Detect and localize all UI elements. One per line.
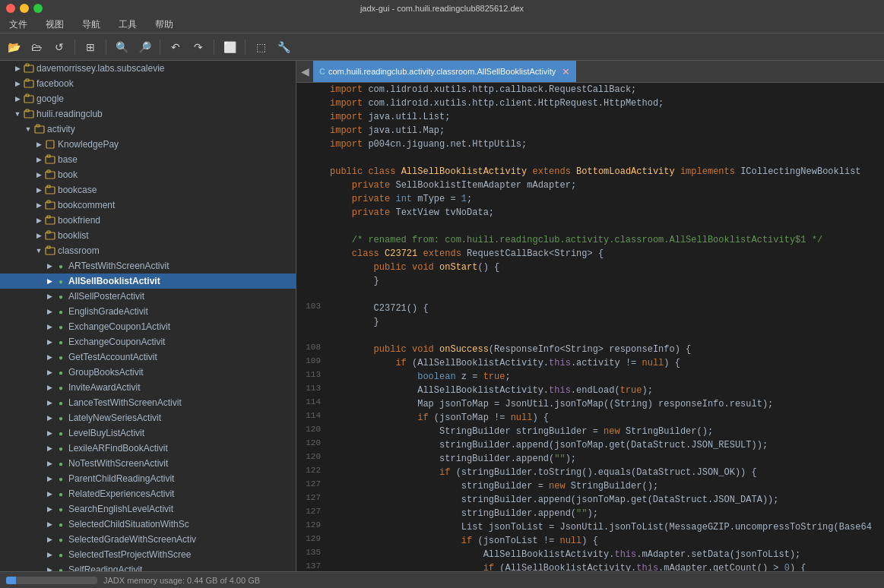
tree-arrow-activity[interactable]: ▼	[23, 124, 33, 134]
tree-item-inviteaward[interactable]: ▶ ● InviteAwardActivit	[0, 380, 296, 395]
tree-arrow-artestwith[interactable]: ▶	[44, 261, 55, 271]
grid-button[interactable]: ⊞	[80, 36, 101, 58]
settings-button[interactable]: 🔧	[273, 36, 294, 58]
tree-arrow-relatedexperiences[interactable]: ▶	[44, 488, 55, 499]
tree-item-base[interactable]: ▶ base	[0, 152, 296, 167]
tree-arrow-booklist[interactable]: ▶	[33, 230, 44, 241]
tree-arrow-bookcase[interactable]: ▶	[33, 185, 44, 195]
tree-item-allsell[interactable]: ▶ ● AllSellBooklistActivit	[0, 273, 296, 289]
tree-item-selectedtestproject[interactable]: ▶ ● SelectedTestProjectWithScree	[0, 547, 296, 562]
tab-nav-left[interactable]: ◀	[296, 61, 313, 82]
tree-arrow-base[interactable]: ▶	[33, 154, 44, 165]
tree-arrow-groupbooks[interactable]: ▶	[44, 367, 55, 378]
tree-arrow-selectedchildsituation[interactable]: ▶	[44, 519, 55, 530]
line-num-2	[296, 96, 327, 110]
tree-item-facebook[interactable]: ▶ facebook	[0, 76, 296, 91]
tree-arrow-classroom[interactable]: ▼	[33, 245, 44, 256]
tree-arrow-bookcomment[interactable]: ▶	[33, 200, 44, 210]
tab-close-button[interactable]: ✕	[562, 66, 570, 77]
tree-arrow-parentchildreading[interactable]: ▶	[44, 473, 55, 484]
search-button[interactable]: 🔍	[111, 36, 132, 58]
traffic-lights[interactable]	[6, 4, 43, 13]
tree-arrow-google[interactable]: ▶	[12, 93, 23, 104]
tree-arrow-inviteaward[interactable]: ▶	[44, 382, 55, 393]
tree-arrow-knowledgepay[interactable]: ▶	[33, 139, 44, 150]
tree-item-groupbooks[interactable]: ▶ ● GroupBooksActivit	[0, 365, 296, 380]
tree-arrow-lexilearfindbook[interactable]: ▶	[44, 443, 55, 454]
tree-item-booklist[interactable]: ▶ booklist	[0, 228, 296, 243]
tree-item-selectedgradewith[interactable]: ▶ ● SelectedGradeWithScreenActiv	[0, 532, 296, 547]
tree-item-bookfriend[interactable]: ▶ bookfriend	[0, 213, 296, 228]
tree-arrow-selectedtestproject[interactable]: ▶	[44, 549, 55, 560]
tree-item-book[interactable]: ▶ book	[0, 167, 296, 182]
menu-file[interactable]: 文件	[6, 17, 30, 33]
tree-item-exchangecoupon1[interactable]: ▶ ● ExchangeCoupon1Activit	[0, 319, 296, 334]
tree-arrow-searchenglishlevel[interactable]: ▶	[44, 504, 55, 514]
menu-tools[interactable]: 工具	[116, 17, 140, 33]
minimize-button[interactable]	[20, 4, 29, 13]
maximize-button[interactable]	[33, 4, 43, 13]
tree-item-lancetest[interactable]: ▶ ● LanceTestWithScreenActivit	[0, 395, 296, 410]
tree-arrow-facebook[interactable]: ▶	[12, 78, 23, 89]
tree-item-searchenglishlevel[interactable]: ▶ ● SearchEnglishLevelActivit	[0, 501, 296, 517]
right-panel: ◀ C com.huili.readingclub.activity.class…	[296, 61, 884, 571]
tree-arrow-huili[interactable]: ▼	[12, 109, 23, 119]
tree-arrow-latelynewseries[interactable]: ▶	[44, 413, 55, 423]
tree-arrow-exchangecoupon[interactable]: ▶	[44, 337, 55, 347]
tree-item-selectedchildsituation[interactable]: ▶ ● SelectedChildSituationWithSc	[0, 517, 296, 532]
open-recent-button[interactable]: 🗁	[26, 36, 47, 58]
tree-item-relatedexperiences[interactable]: ▶ ● RelatedExperiencesActivit	[0, 486, 296, 501]
zoom-button[interactable]: 🔎	[134, 36, 155, 58]
tree-arrow-levelbuylist[interactable]: ▶	[44, 428, 55, 438]
tree-arrow-selectedgradewith[interactable]: ▶	[44, 534, 55, 545]
line-content-129b: if (jsonToList != null) {	[327, 534, 884, 548]
tree-item-bookcase[interactable]: ▶ bookcase	[0, 182, 296, 198]
line-content-114a: Map jsonToMap = JsonUtil.jsonToMap((Stri…	[327, 397, 884, 411]
tree-item-exchangecoupon[interactable]: ▶ ● ExchangeCouponActivit	[0, 334, 296, 349]
tree-item-google[interactable]: ▶ google	[0, 91, 296, 106]
tree-item-davemorrissey[interactable]: ▶ davemorrissey.labs.subscalevie	[0, 61, 296, 76]
tab-allsellbooklist[interactable]: C com.huili.readingclub.activity.classro…	[313, 61, 576, 82]
reload-button[interactable]: ↺	[49, 36, 70, 58]
tree-arrow-bookfriend[interactable]: ▶	[33, 215, 44, 226]
tree-arrow-exchangecoupon1[interactable]: ▶	[44, 321, 55, 332]
tree-item-notestwith[interactable]: ▶ ● NoTestWithScreenActivit	[0, 456, 296, 471]
tree-arrow-lancetest[interactable]: ▶	[44, 397, 55, 408]
tree-arrow-englishgrade[interactable]: ▶	[44, 306, 55, 317]
menu-view[interactable]: 视图	[43, 17, 67, 33]
tree-item-activity[interactable]: ▼ activity	[0, 122, 296, 137]
redo-button[interactable]: ↷	[188, 36, 209, 58]
tree-arrow-allsell[interactable]: ▶	[44, 276, 55, 286]
decompile-button[interactable]: ⬜	[219, 36, 240, 58]
tree-item-artestwith[interactable]: ▶ ● ARTestWithScreenActivit	[0, 258, 296, 273]
tree-item-gettestaccount[interactable]: ▶ ● GetTestAccountActivit	[0, 349, 296, 365]
open-file-button[interactable]: 📂	[3, 36, 24, 58]
menu-nav[interactable]: 导航	[79, 17, 103, 33]
export-button[interactable]: ⬚	[250, 36, 271, 58]
tree-item-huili[interactable]: ▼ huili.readingclub	[0, 106, 296, 122]
tree-item-knowledgepay[interactable]: ▶ KnowledgePay	[0, 137, 296, 152]
code-area[interactable]: import com.lidroid.xutils.http.callback.…	[296, 83, 884, 571]
tree-item-selfreading[interactable]: ▶ ● SelfReadingActivit	[0, 562, 296, 571]
tree-item-latelynewseries[interactable]: ▶ ● LatelyNewSeriesActivit	[0, 410, 296, 425]
tree-arrow-notestwith[interactable]: ▶	[44, 458, 55, 469]
tree-item-lexilearfindbook[interactable]: ▶ ● LexileARFindBookActivit	[0, 441, 296, 456]
tree-item-englishgrade[interactable]: ▶ ● EnglishGradeActivit	[0, 304, 296, 319]
tree-arrow-selfreading[interactable]: ▶	[44, 564, 55, 571]
line-content-114b: if (jsonToMap != null) {	[327, 411, 884, 425]
menu-help[interactable]: 帮助	[152, 17, 176, 33]
undo-button[interactable]: ↶	[165, 36, 186, 58]
tree-item-levelbuylist[interactable]: ▶ ● LevelBuyListActivit	[0, 425, 296, 441]
code-line-blank1	[296, 329, 884, 343]
tree-item-allsellposter[interactable]: ▶ ● AllSellPosterActivit	[0, 289, 296, 304]
tree-arrow-gettestaccount[interactable]: ▶	[44, 352, 55, 362]
line-num-7	[296, 165, 327, 179]
tree-arrow-davemorrissey[interactable]: ▶	[12, 63, 23, 74]
tree-item-classroom[interactable]: ▼ classroom	[0, 243, 296, 258]
tree-panel[interactable]: ▶ davemorrissey.labs.subscalevie ▶ faceb…	[0, 61, 296, 571]
tree-item-parentchildreading[interactable]: ▶ ● ParentChildReadingActivit	[0, 471, 296, 486]
tree-arrow-book[interactable]: ▶	[33, 169, 44, 180]
tree-arrow-allsellposter[interactable]: ▶	[44, 291, 55, 302]
tree-item-bookcomment[interactable]: ▶ bookcomment	[0, 198, 296, 213]
close-button[interactable]	[6, 4, 15, 13]
